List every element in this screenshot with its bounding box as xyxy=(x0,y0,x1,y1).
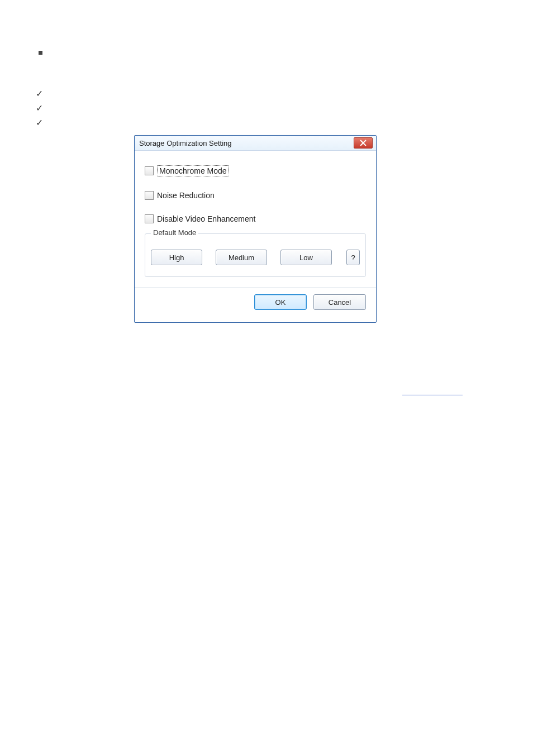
disable-enhancement-label: Disable Video Enhancement xyxy=(157,214,255,223)
bullet-square xyxy=(39,51,42,55)
noise-reduction-checkbox[interactable] xyxy=(145,191,154,200)
cancel-button-label: Cancel xyxy=(329,298,351,307)
low-button-label: Low xyxy=(299,253,313,262)
dialog-body: Monochrome Mode Noise Reduction Disable … xyxy=(135,151,376,322)
default-mode-legend: Default Mode xyxy=(151,228,198,237)
monochrome-mode-row: Monochrome Mode xyxy=(145,165,366,176)
default-mode-group: Default Mode High Medium Low ? xyxy=(145,233,366,277)
checkmark-icon: ✓ xyxy=(36,103,43,113)
monochrome-mode-label: Monochrome Mode xyxy=(157,165,229,176)
high-button-label: High xyxy=(169,253,184,262)
storage-optimization-dialog: Storage Optimization Setting Monochrome … xyxy=(134,135,377,323)
cancel-button[interactable]: Cancel xyxy=(313,294,366,310)
checkmark-icon: ✓ xyxy=(36,117,43,128)
disable-enhancement-row: Disable Video Enhancement xyxy=(145,214,366,223)
help-button-label: ? xyxy=(351,253,355,262)
dialog-title: Storage Optimization Setting xyxy=(139,139,231,147)
low-button[interactable]: Low xyxy=(280,250,332,265)
noise-reduction-row: Noise Reduction xyxy=(145,191,366,200)
medium-button-label: Medium xyxy=(229,253,254,262)
dialog-footer: OK Cancel xyxy=(145,294,366,317)
high-button[interactable]: High xyxy=(151,250,202,265)
close-button[interactable] xyxy=(354,137,373,149)
medium-button[interactable]: Medium xyxy=(216,250,267,265)
titlebar: Storage Optimization Setting xyxy=(135,136,376,151)
noise-reduction-label: Noise Reduction xyxy=(157,191,215,200)
close-icon xyxy=(360,140,367,146)
disable-enhancement-checkbox[interactable] xyxy=(145,214,154,223)
ok-button-label: OK xyxy=(275,298,286,307)
help-button[interactable]: ? xyxy=(346,250,360,265)
ok-button[interactable]: OK xyxy=(254,294,307,310)
checkmark-icon: ✓ xyxy=(36,88,43,99)
separator xyxy=(135,287,376,288)
monochrome-mode-checkbox[interactable] xyxy=(145,166,154,175)
hyperlink-underline xyxy=(402,395,463,395)
